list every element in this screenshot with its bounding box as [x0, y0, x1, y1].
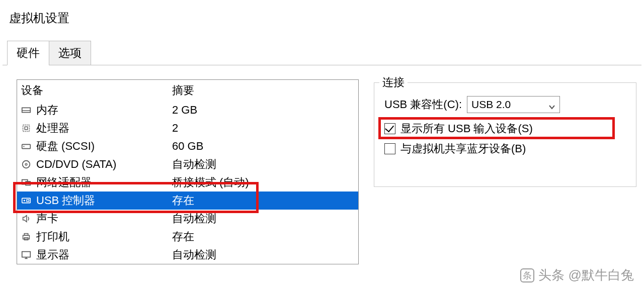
device-summary: 2: [172, 122, 358, 135]
device-summary: 自动检测: [172, 211, 358, 226]
device-row[interactable]: USB 控制器存在: [17, 192, 358, 210]
hdd-icon: [20, 141, 32, 152]
share-bluetooth-checkbox[interactable]: 与虚拟机共享蓝牙设备(B): [384, 141, 626, 156]
device-list: 设备 摘要 内存2 GB处理器2硬盘 (SCSI)60 GBCD/DVD (SA…: [17, 79, 359, 264]
device-row[interactable]: 处理器2: [17, 119, 358, 137]
device-row[interactable]: 声卡自动检测: [17, 210, 358, 228]
device-name: 声卡: [36, 211, 58, 226]
device-name: 硬盘 (SCSI): [36, 139, 95, 154]
disc-icon: [20, 159, 32, 170]
device-summary: 自动检测: [172, 247, 358, 262]
device-summary: 存在: [172, 193, 358, 208]
tab-hardware[interactable]: 硬件: [7, 41, 49, 65]
network-icon: [20, 177, 32, 188]
device-name: CD/DVD (SATA): [36, 158, 116, 171]
usb-compat-label: USB 兼容性(C):: [384, 97, 462, 112]
sound-icon: [20, 213, 32, 224]
device-name: 内存: [36, 103, 58, 118]
memory-icon: [20, 105, 32, 116]
device-row[interactable]: 打印机存在: [17, 228, 358, 246]
usb-compat-select[interactable]: USB 2.0: [467, 96, 560, 113]
device-row[interactable]: 硬盘 (SCSI)60 GB: [17, 137, 358, 155]
display-icon: [20, 249, 32, 260]
device-summary: 2 GB: [172, 104, 358, 117]
cpu-icon: [20, 123, 32, 134]
chevron-down-icon: [548, 101, 555, 108]
show-all-usb-checkbox[interactable]: 显示所有 USB 输入设备(S): [384, 121, 626, 136]
device-row[interactable]: 显示器自动检测: [17, 246, 358, 264]
show-all-usb-label: 显示所有 USB 输入设备(S): [400, 121, 533, 136]
usb-icon: [20, 195, 32, 206]
share-bluetooth-label: 与虚拟机共享蓝牙设备(B): [400, 141, 526, 156]
device-name: USB 控制器: [36, 193, 95, 208]
checkbox-icon: [384, 123, 395, 134]
window-title: 虚拟机设置: [0, 0, 644, 26]
header-device: 设备: [21, 83, 172, 98]
printer-icon: [20, 231, 32, 242]
device-summary: 桥接模式 (自动): [172, 175, 358, 190]
connection-group: 连接 USB 兼容性(C): USB 2.0 显示所有 USB 输入设备(S): [374, 82, 636, 187]
group-title-connection: 连接: [379, 75, 408, 90]
usb-compat-value: USB 2.0: [471, 99, 511, 111]
device-name: 网络适配器: [36, 175, 92, 190]
watermark: 条 头条 @默牛白兔: [520, 266, 634, 284]
watermark-text: 头条 @默牛白兔: [538, 266, 634, 284]
device-summary: 存在: [172, 229, 358, 244]
device-row[interactable]: CD/DVD (SATA)自动检测: [17, 155, 358, 173]
device-name: 显示器: [36, 247, 69, 262]
device-row[interactable]: 网络适配器桥接模式 (自动): [17, 173, 358, 192]
device-name: 打印机: [36, 229, 69, 244]
device-summary: 60 GB: [172, 140, 358, 153]
header-summary: 摘要: [172, 83, 358, 98]
tab-options[interactable]: 选项: [49, 41, 91, 65]
device-row[interactable]: 内存2 GB: [17, 101, 358, 119]
list-header: 设备 摘要: [17, 80, 358, 101]
checkbox-icon: [384, 143, 395, 154]
device-summary: 自动检测: [172, 157, 358, 172]
watermark-icon: 条: [520, 268, 534, 282]
device-name: 处理器: [36, 121, 69, 136]
